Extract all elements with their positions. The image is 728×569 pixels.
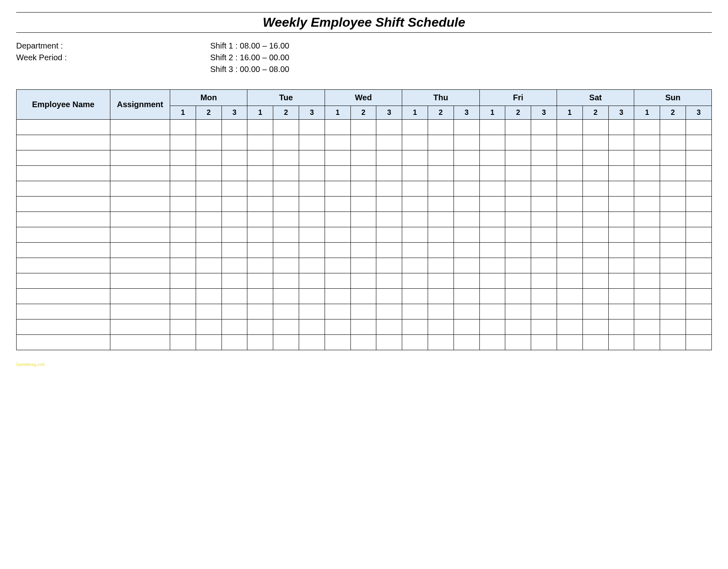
table-cell: [17, 335, 110, 350]
table-row: [17, 289, 712, 304]
table-cell: [479, 150, 505, 166]
table-cell: [557, 273, 582, 289]
table-cell: [170, 304, 196, 319]
table-cell: [505, 150, 531, 166]
header-shift-wed-1: 1: [325, 106, 350, 120]
header-day-sun: Sun: [634, 90, 712, 106]
table-row: [17, 304, 712, 319]
table-cell: [247, 273, 273, 289]
table-cell: [402, 319, 428, 335]
table-cell: [196, 273, 222, 289]
table-cell: [110, 135, 170, 150]
table-cell: [299, 258, 325, 273]
table-cell: [325, 273, 350, 289]
table-cell: [634, 197, 660, 212]
table-cell: [479, 258, 505, 273]
table-cell: [222, 304, 247, 319]
table-cell: [350, 243, 376, 258]
table-cell: [273, 319, 299, 335]
table-cell: [479, 135, 505, 150]
header-shift-wed-3: 3: [376, 106, 402, 120]
table-cell: [660, 135, 686, 150]
table-cell: [505, 319, 531, 335]
table-cell: [454, 135, 479, 150]
table-cell: [273, 166, 299, 181]
table-cell: [170, 227, 196, 243]
table-cell: [531, 335, 557, 350]
schedule-table: Employee Name Assignment Mon Tue Wed Thu…: [16, 89, 712, 350]
table-cell: [350, 289, 376, 304]
table-cell: [660, 166, 686, 181]
table-cell: [350, 197, 376, 212]
table-cell: [557, 197, 582, 212]
table-cell: [479, 166, 505, 181]
table-cell: [325, 319, 350, 335]
table-cell: [479, 319, 505, 335]
table-cell: [350, 166, 376, 181]
table-cell: [376, 197, 402, 212]
table-cell: [299, 197, 325, 212]
table-cell: [17, 304, 110, 319]
table-cell: [634, 181, 660, 197]
table-cell: [479, 197, 505, 212]
header-shift-fri-3: 3: [531, 106, 557, 120]
table-cell: [196, 197, 222, 212]
table-cell: [17, 150, 110, 166]
table-cell: [299, 273, 325, 289]
table-cell: [325, 258, 350, 273]
header-assignment: Assignment: [110, 90, 170, 120]
table-cell: [247, 227, 273, 243]
table-cell: [325, 181, 350, 197]
table-cell: [505, 258, 531, 273]
table-cell: [557, 319, 582, 335]
table-cell: [222, 212, 247, 227]
table-cell: [222, 258, 247, 273]
table-cell: [170, 135, 196, 150]
table-cell: [273, 197, 299, 212]
table-cell: [170, 273, 196, 289]
table-cell: [273, 212, 299, 227]
table-cell: [376, 304, 402, 319]
table-cell: [660, 181, 686, 197]
table-cell: [222, 289, 247, 304]
table-cell: [582, 304, 608, 319]
table-cell: [299, 319, 325, 335]
table-cell: [222, 166, 247, 181]
table-cell: [247, 319, 273, 335]
table-cell: [531, 197, 557, 212]
table-cell: [402, 197, 428, 212]
table-cell: [557, 135, 582, 150]
header-day-wed: Wed: [325, 90, 402, 106]
table-cell: [402, 120, 428, 135]
table-cell: [325, 135, 350, 150]
table-cell: [686, 166, 711, 181]
table-cell: [17, 197, 110, 212]
shift-2-times: Shift 2 : 16.00 – 00.00: [210, 52, 712, 63]
table-cell: [17, 243, 110, 258]
table-cell: [273, 304, 299, 319]
table-cell: [196, 135, 222, 150]
table-cell: [634, 273, 660, 289]
table-cell: [454, 289, 479, 304]
table-cell: [686, 258, 711, 273]
header-shift-mon-3: 3: [222, 106, 247, 120]
table-cell: [454, 166, 479, 181]
table-cell: [608, 273, 634, 289]
table-cell: [531, 181, 557, 197]
table-cell: [299, 335, 325, 350]
table-cell: [247, 120, 273, 135]
table-cell: [17, 273, 110, 289]
table-cell: [402, 258, 428, 273]
table-cell: [582, 258, 608, 273]
table-cell: [428, 166, 454, 181]
table-cell: [196, 120, 222, 135]
table-cell: [660, 258, 686, 273]
table-cell: [196, 166, 222, 181]
table-cell: [686, 335, 711, 350]
table-cell: [247, 304, 273, 319]
table-row: [17, 197, 712, 212]
header-day-sat: Sat: [557, 90, 634, 106]
table-cell: [660, 273, 686, 289]
table-cell: [350, 212, 376, 227]
table-cell: [170, 212, 196, 227]
